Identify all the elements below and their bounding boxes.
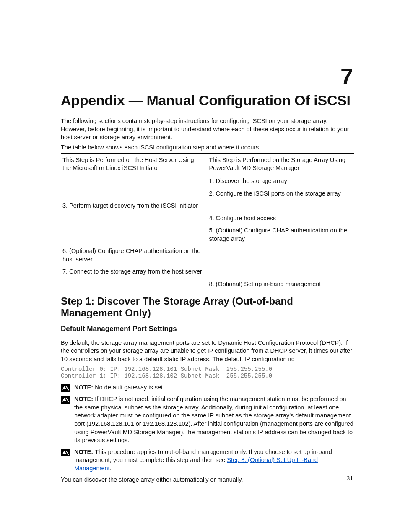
page-title: Appendix — Manual Configuration Of iSCSI — [61, 92, 354, 109]
step1-heading: Step 1: Discover The Storage Array (Out-… — [61, 295, 354, 319]
intro-paragraph-2: The table below shows each iSCSI configu… — [61, 143, 354, 152]
note-3: NOTE: This procedure applies to out-of-b… — [74, 448, 354, 473]
table-row: 4. Configure host access — [61, 212, 354, 225]
table-cell-array: 8. (Optional) Set up in-band management — [208, 278, 354, 291]
table-cell-array — [208, 245, 354, 266]
note-label: NOTE: — [74, 449, 95, 455]
note-icon — [61, 384, 70, 392]
note-label: NOTE: — [74, 396, 95, 402]
table-cell-array: 2. Configure the iSCSI ports on the stor… — [208, 188, 354, 200]
table-cell-host — [61, 212, 208, 225]
note-icon — [61, 396, 70, 404]
table-cell-array: 4. Configure host access — [208, 212, 354, 225]
table-cell-array — [208, 266, 354, 278]
note-1: NOTE: No default gateway is set. — [74, 383, 354, 392]
page-number: 31 — [346, 475, 353, 482]
table-cell-array: 5. (Optional) Configure CHAP authenticat… — [208, 224, 354, 245]
chapter-number: 7 — [340, 65, 353, 88]
closing-paragraph: You can discover the storage array eithe… — [61, 476, 354, 484]
note-text: If DHCP is not used, initial configurati… — [74, 396, 353, 443]
body-paragraph: By default, the storage array management… — [61, 339, 354, 364]
table-row: 1. Discover the storage array — [61, 175, 354, 187]
table-row: 7. Connect to the storage array from the… — [61, 266, 354, 278]
table-row: 2. Configure the iSCSI ports on the stor… — [61, 188, 354, 200]
intro-paragraph-1: The following sections contain step-by-s… — [61, 117, 354, 142]
note-icon — [61, 449, 70, 456]
table-row: 8. (Optional) Set up in-band management — [61, 278, 354, 291]
note-label: NOTE: — [74, 384, 95, 391]
table-cell-host: 6. (Optional) Configure CHAP authenticat… — [61, 245, 208, 266]
table-cell-host: 7. Connect to the storage array from the… — [61, 266, 208, 278]
table-row: 6. (Optional) Configure CHAP authenticat… — [61, 245, 354, 266]
table-cell-host — [61, 224, 208, 245]
subheading-default-port: Default Management Port Settings — [61, 325, 354, 333]
note-text-after: . — [110, 465, 112, 472]
table-row: 5. (Optional) Configure CHAP authenticat… — [61, 224, 354, 245]
note-2: NOTE: If DHCP is not used, initial confi… — [74, 395, 354, 444]
code-block-ip-config: Controller 0: IP: 192.168.128.101 Subnet… — [61, 366, 354, 379]
table-header-array: This Step is Performed on the Storage Ar… — [208, 154, 354, 175]
note-text: No default gateway is set. — [95, 384, 164, 391]
table-cell-host: 3. Perform target discovery from the iSC… — [61, 200, 208, 212]
config-steps-table: This Step is Performed on the Host Serve… — [61, 153, 354, 291]
table-cell-array: 1. Discover the storage array — [208, 175, 354, 187]
table-cell-host — [61, 175, 208, 187]
table-cell-array — [208, 200, 354, 212]
table-header-host: This Step is Performed on the Host Serve… — [61, 154, 208, 175]
table-row: 3. Perform target discovery from the iSC… — [61, 200, 354, 212]
table-cell-host — [61, 278, 208, 291]
table-cell-host — [61, 188, 208, 200]
